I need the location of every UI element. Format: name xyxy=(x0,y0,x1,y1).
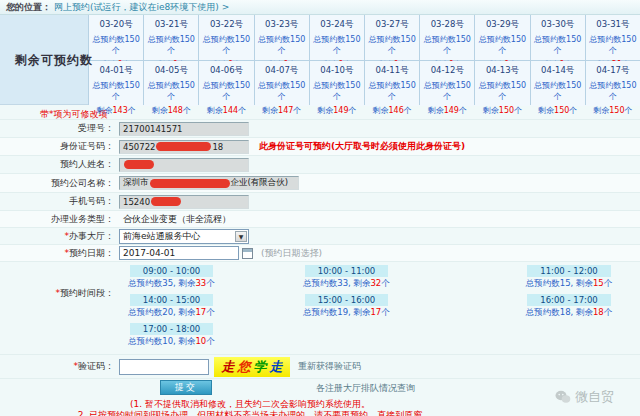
redaction-mark xyxy=(156,142,211,151)
time-slot-button[interactable]: 16:00 - 17:00 xyxy=(527,294,610,306)
calendar-day-date: 03-23号 xyxy=(255,19,309,31)
name-field[interactable] xyxy=(119,158,249,172)
calendar-day-total: 总预约数150个 xyxy=(199,80,253,102)
captcha-label: *验证码： xyxy=(0,360,114,373)
calendar-day-cell[interactable]: 04-14号总预约数150个剩余150个 xyxy=(531,61,585,106)
chevron-down-icon[interactable]: ▼ xyxy=(235,231,247,242)
accept-no-label: 受理号： xyxy=(0,122,114,135)
calendar-day-date: 04-17号 xyxy=(586,65,640,77)
calendar-day-cell[interactable]: 04-17号总预约数150个剩余150个 xyxy=(586,61,640,106)
calendar-day-total: 总预约数150个 xyxy=(365,34,419,56)
accept-no-value: 21700141571 xyxy=(123,124,183,134)
calendar-day-date: 03-31号 xyxy=(586,19,640,31)
calendar-day-remaining: 剩余147个 xyxy=(255,105,309,116)
calendar-day-total: 总预约数150个 xyxy=(586,80,640,102)
redaction-mark xyxy=(151,197,181,206)
time-slot-info: 总预约数35, 剩余33个 xyxy=(114,278,229,290)
calendar-day-date: 04-11号 xyxy=(365,65,419,77)
calendar-day-total: 总预约数150个 xyxy=(144,80,198,102)
captcha-input[interactable] xyxy=(119,359,209,375)
calendar-day-total: 总预约数150个 xyxy=(89,80,143,102)
calendar-day-date: 04-13号 xyxy=(475,65,529,77)
remaining-count: 144 xyxy=(223,106,238,115)
accept-no-field[interactable]: 21700141571 xyxy=(119,122,249,136)
calendar-day-total: 总预约数150个 xyxy=(255,34,309,56)
calendar-day-cell[interactable]: 03-29号总预约数150个剩余0个 xyxy=(475,15,529,60)
form-row-name: 预约人姓名： xyxy=(0,155,640,173)
calendar-day-cell[interactable]: 04-11号总预约数150个剩余146个 xyxy=(365,61,419,106)
time-slot-remaining: 33 xyxy=(195,278,206,288)
calendar-day-cell[interactable]: 03-27号总预约数150个剩余0个 xyxy=(365,15,419,60)
captcha-char: 走 xyxy=(270,358,283,376)
calendar-day-cell[interactable]: 03-24号总预约数150个剩余0个 xyxy=(310,15,364,60)
calendar-day-cell[interactable]: 03-30号总预约数150个剩余0个 xyxy=(531,15,585,60)
calendar-grid: 03-20号总预约数150个剩余0个03-21号总预约数150个剩余0个03-2… xyxy=(88,15,640,105)
calendar-day-cell[interactable]: 03-28号总预约数150个剩余0个 xyxy=(420,15,474,60)
calendar-picker-icon[interactable] xyxy=(242,248,253,259)
time-slot: 16:00 - 17:00总预约数18, 剩余18个 xyxy=(464,294,640,319)
time-slot-info: 总预约数10, 剩余10个 xyxy=(114,336,229,348)
time-slot-remaining: 17 xyxy=(195,307,206,317)
calendar-day-cell[interactable]: 04-10号总预约数150个剩余149个 xyxy=(310,61,364,106)
captcha-image[interactable]: 走您学走 xyxy=(214,357,290,377)
calendar-day-remaining: 剩余149个 xyxy=(310,105,364,116)
hall-label: *办事大厅： xyxy=(0,230,114,243)
remaining-count: 150 xyxy=(554,106,569,115)
slots-label: *预约时间段： xyxy=(0,265,114,300)
calendar-day-cell[interactable]: 03-22号总预约数150个剩余0个 xyxy=(199,15,253,60)
time-slot: 10:00 - 11:00总预约数33, 剩余32个 xyxy=(229,265,464,290)
time-slot: 09:00 - 10:00总预约数35, 剩余33个 xyxy=(114,265,229,290)
calendar-day-cell[interactable]: 03-23号总预约数150个剩余0个 xyxy=(255,15,309,60)
calendar-day-cell[interactable]: 04-01号总预约数150个剩余143个 xyxy=(89,61,143,106)
submit-button[interactable]: 提交 xyxy=(160,380,212,395)
calendar-day-total: 总预约数150个 xyxy=(89,34,143,56)
captcha-refresh-link[interactable]: 重新获得验证码 xyxy=(298,360,361,373)
calendar-day-cell[interactable]: 04-12号总预约数150个剩余149个 xyxy=(420,61,474,106)
redaction-mark xyxy=(124,160,154,169)
remaining-count: 149 xyxy=(333,106,348,115)
watermark-text: 微自贸 xyxy=(575,388,614,406)
company-field[interactable]: 深圳市 企业(有限合伙) xyxy=(119,176,299,190)
queue-status-link[interactable]: 各注册大厅排队情况查询 xyxy=(316,382,415,395)
time-slot: 11:00 - 12:00总预约数15, 剩余15个 xyxy=(464,265,640,290)
remaining-count: 148 xyxy=(168,106,183,115)
time-slot-button[interactable]: 15:00 - 16:00 xyxy=(305,294,388,306)
id-card-field[interactable]: 450722 18 xyxy=(119,140,249,154)
time-slot-button[interactable]: 17:00 - 18:00 xyxy=(130,323,213,335)
captcha-char: 走 xyxy=(222,358,235,376)
calendar-day-cell[interactable]: 04-07号总预约数150个剩余147个 xyxy=(255,61,309,106)
id-card-label: 身份证号码： xyxy=(0,140,114,153)
company-label: 预约公司名称： xyxy=(0,177,114,190)
calendar-day-cell[interactable]: 03-21号总预约数150个剩余0个 xyxy=(144,15,198,60)
calendar-day-date: 04-06号 xyxy=(199,65,253,77)
calendar-day-cell[interactable]: 03-31号总预约数150个剩余21个 xyxy=(586,15,640,60)
form-row-accept-no: 受理号： 21700141571 xyxy=(0,119,640,137)
wechat-icon xyxy=(555,390,571,404)
calendar-day-cell[interactable]: 04-05号总预约数150个剩余148个 xyxy=(144,61,198,106)
time-slot-button[interactable]: 11:00 - 12:00 xyxy=(527,265,610,277)
phone-field[interactable]: 15240 xyxy=(119,195,249,209)
appointment-page: 您的位置： 网上预约(试运行，建议在ie8环境下使用) > 剩余可预约数 03-… xyxy=(0,0,640,416)
breadcrumb-link[interactable]: 网上预约(试运行，建议在ie8环境下使用) > xyxy=(54,1,229,14)
calendar-day-total: 总预约数150个 xyxy=(310,34,364,56)
time-slot-button[interactable]: 10:00 - 11:00 xyxy=(305,265,388,277)
calendar-day-total: 总预约数150个 xyxy=(365,80,419,102)
hall-select[interactable]: 前海e站通服务中心 ▼ xyxy=(119,229,249,244)
calendar-day-cell[interactable]: 04-13号总预约数150个剩余150个 xyxy=(475,61,529,106)
time-slot-grid: 09:00 - 10:00总预约数35, 剩余33个10:00 - 11:00总… xyxy=(114,265,640,352)
calendar-day-date: 04-01号 xyxy=(89,65,143,77)
time-slot-remaining: 18 xyxy=(593,307,604,317)
submit-row: 提交 各注册大厅排队情况查询 xyxy=(0,378,640,396)
time-slot-info: 总预约数15, 剩余15个 xyxy=(464,278,640,290)
calendar-day-remaining: 剩余148个 xyxy=(144,105,198,116)
date-hint: (预约日期选择) xyxy=(261,247,322,260)
captcha-char: 学 xyxy=(254,358,267,376)
calendar-day-cell[interactable]: 03-20号总预约数150个剩余0个 xyxy=(89,15,143,60)
date-input[interactable]: 2017-04-01 xyxy=(119,246,239,260)
time-slot-button[interactable]: 09:00 - 10:00 xyxy=(130,265,213,277)
biz-type-value: 合伙企业变更（非全流程） xyxy=(119,213,231,226)
calendar-day-total: 总预约数150个 xyxy=(310,80,364,102)
time-slot-button[interactable]: 14:00 - 15:00 xyxy=(130,294,213,306)
calendar-day-cell[interactable]: 04-06号总预约数150个剩余144个 xyxy=(199,61,253,106)
time-slot-info: 总预约数18, 剩余18个 xyxy=(464,307,640,319)
